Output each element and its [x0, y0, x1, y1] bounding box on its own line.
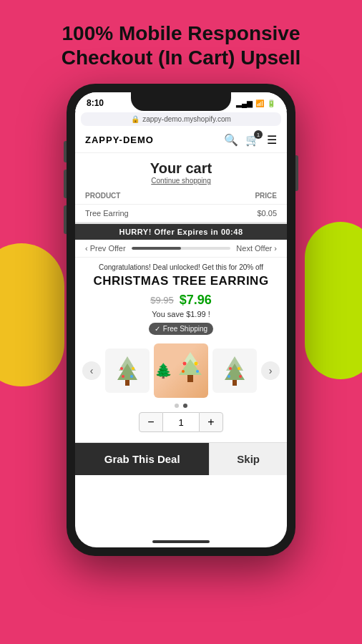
menu-icon[interactable]: ☰	[267, 133, 277, 147]
svg-marker-1	[117, 364, 137, 380]
cart-item-price: $0.05	[257, 209, 277, 218]
carousel-dots	[85, 404, 277, 408]
svg-point-12	[182, 370, 185, 373]
product-carousel: ‹	[85, 341, 277, 401]
url-bar[interactable]: 🔒 zappy-demo.myshopify.com	[81, 112, 281, 126]
store-logo: ZAPPY-DEMO	[85, 135, 154, 145]
cart-header: Your cart Continue shopping	[75, 153, 287, 187]
grab-deal-button[interactable]: Grab This Deal	[75, 443, 209, 475]
bg-shape-yellow	[0, 243, 64, 386]
signal-icon: ▂▄▆	[236, 99, 253, 107]
shipping-check-icon: ✓	[155, 325, 160, 333]
cart-icon[interactable]: 🛒1	[245, 133, 260, 147]
timer-label: HURRY! Offer Expires in	[119, 228, 218, 236]
upsell-timer-bar: HURRY! Offer Expires in 00:48	[75, 224, 287, 240]
deal-product-name: CHRISTMAS TREE EARRING	[85, 274, 277, 288]
lock-icon: 🔒	[131, 115, 140, 123]
skip-button[interactable]: Skip	[209, 443, 287, 475]
quantity-decrease-button[interactable]: −	[139, 412, 163, 432]
svg-point-20	[239, 375, 242, 378]
cta-row: Grab This Deal Skip	[75, 442, 287, 475]
volume-up-button	[64, 170, 67, 198]
status-time: 8:10	[87, 98, 104, 108]
col-product: PRODUCT	[85, 192, 120, 200]
search-icon[interactable]: 🔍	[224, 133, 238, 147]
svg-point-10	[182, 362, 186, 366]
dot-2[interactable]	[183, 404, 187, 408]
svg-marker-15	[225, 364, 245, 380]
col-price: PRICE	[255, 192, 277, 200]
battery-icon: 🔋	[267, 99, 275, 107]
phone-notch	[131, 92, 231, 111]
bg-shape-green	[305, 222, 362, 379]
upsell-widget: HURRY! Offer Expires in 00:48 ‹ Prev Off…	[75, 223, 287, 475]
phone-frame: 8:10 ▂▄▆ 📶 🔋 🔒 zappy-demo.myshopify.com …	[67, 84, 295, 556]
volume-down-button	[64, 205, 67, 234]
shipping-label: Free Shipping	[163, 325, 207, 333]
carousel-prev-arrow[interactable]: ‹	[82, 361, 101, 380]
tree-earring-hand-icon	[172, 349, 208, 392]
upsell-nav: ‹ Prev Offer Next Offer ›	[75, 240, 287, 258]
carousel-thumb-main[interactable]	[154, 343, 208, 398]
svg-point-17	[229, 367, 232, 370]
dot-1[interactable]	[175, 404, 179, 408]
pricing-row: $9.95 $7.96	[85, 293, 277, 308]
phone-screen: 8:10 ▂▄▆ 📶 🔋 🔒 zappy-demo.myshopify.com …	[75, 92, 287, 547]
svg-rect-9	[187, 375, 193, 382]
carousel-thumb-2[interactable]	[212, 348, 257, 393]
upsell-progress-bar	[132, 247, 231, 250]
cart-title: Your cart	[85, 160, 277, 177]
original-price: $9.95	[150, 295, 174, 306]
next-offer-button[interactable]: Next Offer ›	[236, 244, 277, 253]
tree-earring-icon-1	[113, 353, 142, 389]
svg-marker-8	[179, 359, 202, 375]
carousel-images	[101, 343, 261, 398]
prev-offer-button[interactable]: ‹ Prev Offer	[85, 244, 126, 253]
continue-shopping-link[interactable]: Continue shopping	[85, 177, 277, 185]
savings-text: You save $1.99 !	[85, 310, 277, 318]
progress-bar-fill	[132, 247, 181, 250]
svg-point-19	[228, 375, 230, 378]
carousel-thumb-1[interactable]	[105, 348, 150, 393]
timer-value: 00:48	[221, 228, 243, 236]
discounted-price: $7.96	[180, 293, 212, 308]
page-title: 100% Mobile Responsive Checkout (In Cart…	[0, 0, 362, 84]
quantity-row: − 1 +	[85, 412, 277, 432]
svg-point-18	[238, 367, 240, 370]
svg-point-6	[130, 375, 133, 378]
carousel-next-arrow[interactable]: ›	[261, 361, 280, 380]
svg-rect-2	[125, 380, 129, 386]
svg-rect-16	[233, 380, 237, 386]
quantity-increase-button[interactable]: +	[199, 412, 223, 432]
store-nav-icons: 🔍 🛒1 ☰	[224, 133, 277, 147]
power-button	[295, 155, 298, 191]
svg-point-3	[120, 367, 123, 370]
url-text: zappy-demo.myshopify.com	[142, 115, 231, 123]
status-icons: ▂▄▆ 📶 🔋	[236, 99, 275, 107]
cart-table-header: PRODUCT PRICE	[75, 187, 287, 205]
deal-congrats-text: Congratulations! Deal unlocked! Get this…	[85, 263, 277, 271]
svg-point-13	[196, 370, 199, 373]
svg-point-11	[194, 362, 197, 366]
cart-item-row: Tree Earring $0.05	[75, 205, 287, 223]
mute-button	[64, 141, 67, 162]
tree-earring-icon-2	[220, 353, 249, 389]
home-indicator	[152, 540, 210, 543]
svg-point-4	[132, 367, 134, 370]
wifi-icon: 📶	[255, 99, 264, 107]
free-shipping-badge: ✓ Free Shipping	[149, 323, 213, 335]
svg-point-5	[122, 375, 124, 378]
quantity-value: 1	[163, 412, 199, 432]
cart-item-name: Tree Earring	[85, 209, 129, 218]
store-header: ZAPPY-DEMO 🔍 🛒1 ☰	[75, 127, 287, 153]
upsell-body: Congratulations! Deal unlocked! Get this…	[75, 258, 287, 442]
